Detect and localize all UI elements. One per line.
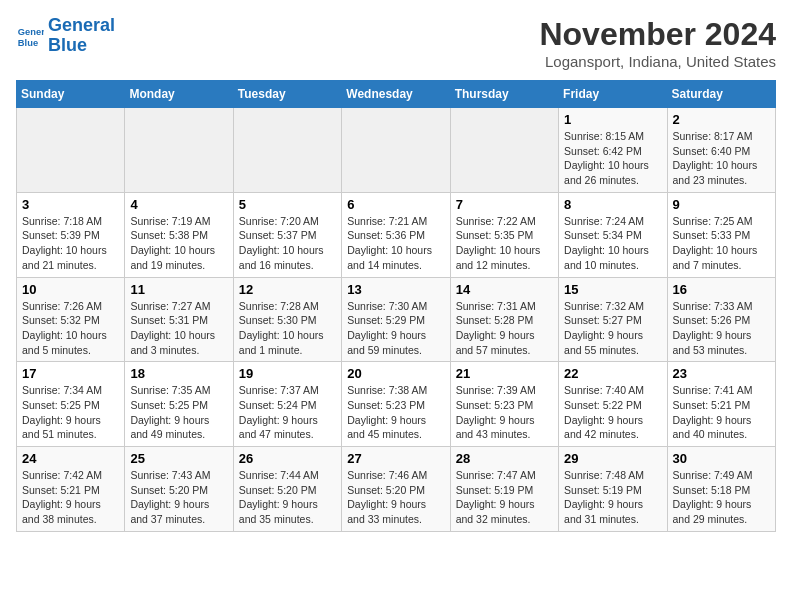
day-number: 15 bbox=[564, 282, 661, 297]
day-info: Sunrise: 7:31 AMSunset: 5:28 PMDaylight:… bbox=[456, 299, 553, 358]
calendar-day-cell: 5Sunrise: 7:20 AMSunset: 5:37 PMDaylight… bbox=[233, 192, 341, 277]
day-number: 18 bbox=[130, 366, 227, 381]
calendar-day-cell bbox=[450, 108, 558, 193]
calendar-day-cell: 14Sunrise: 7:31 AMSunset: 5:28 PMDayligh… bbox=[450, 277, 558, 362]
day-info: Sunrise: 7:48 AMSunset: 5:19 PMDaylight:… bbox=[564, 468, 661, 527]
calendar-day-cell bbox=[125, 108, 233, 193]
day-info: Sunrise: 7:27 AMSunset: 5:31 PMDaylight:… bbox=[130, 299, 227, 358]
month-title: November 2024 bbox=[539, 16, 776, 53]
day-number: 3 bbox=[22, 197, 119, 212]
calendar-day-cell: 6Sunrise: 7:21 AMSunset: 5:36 PMDaylight… bbox=[342, 192, 450, 277]
calendar-day-cell: 22Sunrise: 7:40 AMSunset: 5:22 PMDayligh… bbox=[559, 362, 667, 447]
day-info: Sunrise: 7:34 AMSunset: 5:25 PMDaylight:… bbox=[22, 383, 119, 442]
calendar-week-row: 10Sunrise: 7:26 AMSunset: 5:32 PMDayligh… bbox=[17, 277, 776, 362]
calendar-day-cell: 18Sunrise: 7:35 AMSunset: 5:25 PMDayligh… bbox=[125, 362, 233, 447]
day-number: 13 bbox=[347, 282, 444, 297]
day-info: Sunrise: 7:20 AMSunset: 5:37 PMDaylight:… bbox=[239, 214, 336, 273]
day-number: 23 bbox=[673, 366, 770, 381]
weekday-header-monday: Monday bbox=[125, 81, 233, 108]
day-info: Sunrise: 7:47 AMSunset: 5:19 PMDaylight:… bbox=[456, 468, 553, 527]
calendar-day-cell: 7Sunrise: 7:22 AMSunset: 5:35 PMDaylight… bbox=[450, 192, 558, 277]
day-info: Sunrise: 7:44 AMSunset: 5:20 PMDaylight:… bbox=[239, 468, 336, 527]
day-number: 4 bbox=[130, 197, 227, 212]
calendar-day-cell: 27Sunrise: 7:46 AMSunset: 5:20 PMDayligh… bbox=[342, 447, 450, 532]
logo-icon: General Blue bbox=[16, 22, 44, 50]
day-info: Sunrise: 7:19 AMSunset: 5:38 PMDaylight:… bbox=[130, 214, 227, 273]
calendar-week-row: 17Sunrise: 7:34 AMSunset: 5:25 PMDayligh… bbox=[17, 362, 776, 447]
weekday-header-sunday: Sunday bbox=[17, 81, 125, 108]
logo: General Blue General Blue bbox=[16, 16, 115, 56]
day-info: Sunrise: 8:17 AMSunset: 6:40 PMDaylight:… bbox=[673, 129, 770, 188]
calendar-day-cell: 10Sunrise: 7:26 AMSunset: 5:32 PMDayligh… bbox=[17, 277, 125, 362]
calendar-day-cell: 29Sunrise: 7:48 AMSunset: 5:19 PMDayligh… bbox=[559, 447, 667, 532]
calendar-day-cell: 9Sunrise: 7:25 AMSunset: 5:33 PMDaylight… bbox=[667, 192, 775, 277]
day-number: 5 bbox=[239, 197, 336, 212]
calendar-day-cell: 13Sunrise: 7:30 AMSunset: 5:29 PMDayligh… bbox=[342, 277, 450, 362]
day-number: 16 bbox=[673, 282, 770, 297]
weekday-header-wednesday: Wednesday bbox=[342, 81, 450, 108]
day-info: Sunrise: 7:35 AMSunset: 5:25 PMDaylight:… bbox=[130, 383, 227, 442]
day-number: 27 bbox=[347, 451, 444, 466]
day-info: Sunrise: 7:33 AMSunset: 5:26 PMDaylight:… bbox=[673, 299, 770, 358]
weekday-header-saturday: Saturday bbox=[667, 81, 775, 108]
day-info: Sunrise: 7:39 AMSunset: 5:23 PMDaylight:… bbox=[456, 383, 553, 442]
calendar-day-cell: 25Sunrise: 7:43 AMSunset: 5:20 PMDayligh… bbox=[125, 447, 233, 532]
calendar-day-cell: 19Sunrise: 7:37 AMSunset: 5:24 PMDayligh… bbox=[233, 362, 341, 447]
calendar-week-row: 24Sunrise: 7:42 AMSunset: 5:21 PMDayligh… bbox=[17, 447, 776, 532]
day-info: Sunrise: 7:22 AMSunset: 5:35 PMDaylight:… bbox=[456, 214, 553, 273]
day-number: 10 bbox=[22, 282, 119, 297]
calendar-day-cell: 3Sunrise: 7:18 AMSunset: 5:39 PMDaylight… bbox=[17, 192, 125, 277]
calendar-day-cell: 28Sunrise: 7:47 AMSunset: 5:19 PMDayligh… bbox=[450, 447, 558, 532]
day-info: Sunrise: 8:15 AMSunset: 6:42 PMDaylight:… bbox=[564, 129, 661, 188]
calendar-day-cell: 21Sunrise: 7:39 AMSunset: 5:23 PMDayligh… bbox=[450, 362, 558, 447]
day-number: 2 bbox=[673, 112, 770, 127]
calendar-day-cell: 16Sunrise: 7:33 AMSunset: 5:26 PMDayligh… bbox=[667, 277, 775, 362]
day-info: Sunrise: 7:37 AMSunset: 5:24 PMDaylight:… bbox=[239, 383, 336, 442]
day-number: 6 bbox=[347, 197, 444, 212]
day-number: 1 bbox=[564, 112, 661, 127]
day-info: Sunrise: 7:42 AMSunset: 5:21 PMDaylight:… bbox=[22, 468, 119, 527]
day-number: 9 bbox=[673, 197, 770, 212]
day-number: 11 bbox=[130, 282, 227, 297]
calendar-day-cell: 24Sunrise: 7:42 AMSunset: 5:21 PMDayligh… bbox=[17, 447, 125, 532]
day-info: Sunrise: 7:38 AMSunset: 5:23 PMDaylight:… bbox=[347, 383, 444, 442]
calendar-day-cell bbox=[233, 108, 341, 193]
calendar-day-cell: 12Sunrise: 7:28 AMSunset: 5:30 PMDayligh… bbox=[233, 277, 341, 362]
day-number: 12 bbox=[239, 282, 336, 297]
day-info: Sunrise: 7:46 AMSunset: 5:20 PMDaylight:… bbox=[347, 468, 444, 527]
svg-text:General: General bbox=[18, 27, 44, 37]
calendar-day-cell: 15Sunrise: 7:32 AMSunset: 5:27 PMDayligh… bbox=[559, 277, 667, 362]
day-info: Sunrise: 7:28 AMSunset: 5:30 PMDaylight:… bbox=[239, 299, 336, 358]
calendar-day-cell: 4Sunrise: 7:19 AMSunset: 5:38 PMDaylight… bbox=[125, 192, 233, 277]
calendar-day-cell bbox=[17, 108, 125, 193]
day-number: 29 bbox=[564, 451, 661, 466]
day-info: Sunrise: 7:32 AMSunset: 5:27 PMDaylight:… bbox=[564, 299, 661, 358]
calendar-day-cell bbox=[342, 108, 450, 193]
calendar-day-cell: 23Sunrise: 7:41 AMSunset: 5:21 PMDayligh… bbox=[667, 362, 775, 447]
calendar-week-row: 1Sunrise: 8:15 AMSunset: 6:42 PMDaylight… bbox=[17, 108, 776, 193]
day-number: 7 bbox=[456, 197, 553, 212]
day-info: Sunrise: 7:30 AMSunset: 5:29 PMDaylight:… bbox=[347, 299, 444, 358]
day-number: 26 bbox=[239, 451, 336, 466]
weekday-header-thursday: Thursday bbox=[450, 81, 558, 108]
day-number: 21 bbox=[456, 366, 553, 381]
calendar-day-cell: 1Sunrise: 8:15 AMSunset: 6:42 PMDaylight… bbox=[559, 108, 667, 193]
weekday-header-friday: Friday bbox=[559, 81, 667, 108]
day-number: 22 bbox=[564, 366, 661, 381]
day-info: Sunrise: 7:49 AMSunset: 5:18 PMDaylight:… bbox=[673, 468, 770, 527]
logo-line1: General bbox=[48, 16, 115, 36]
weekday-header-tuesday: Tuesday bbox=[233, 81, 341, 108]
logo-text: General Blue bbox=[48, 16, 115, 56]
day-number: 19 bbox=[239, 366, 336, 381]
day-number: 25 bbox=[130, 451, 227, 466]
weekday-header-row: SundayMondayTuesdayWednesdayThursdayFrid… bbox=[17, 81, 776, 108]
svg-text:Blue: Blue bbox=[18, 38, 38, 48]
title-area: November 2024 Logansport, Indiana, Unite… bbox=[539, 16, 776, 70]
day-info: Sunrise: 7:26 AMSunset: 5:32 PMDaylight:… bbox=[22, 299, 119, 358]
day-number: 20 bbox=[347, 366, 444, 381]
calendar-day-cell: 30Sunrise: 7:49 AMSunset: 5:18 PMDayligh… bbox=[667, 447, 775, 532]
day-number: 8 bbox=[564, 197, 661, 212]
location: Logansport, Indiana, United States bbox=[539, 53, 776, 70]
calendar-day-cell: 26Sunrise: 7:44 AMSunset: 5:20 PMDayligh… bbox=[233, 447, 341, 532]
calendar-day-cell: 17Sunrise: 7:34 AMSunset: 5:25 PMDayligh… bbox=[17, 362, 125, 447]
